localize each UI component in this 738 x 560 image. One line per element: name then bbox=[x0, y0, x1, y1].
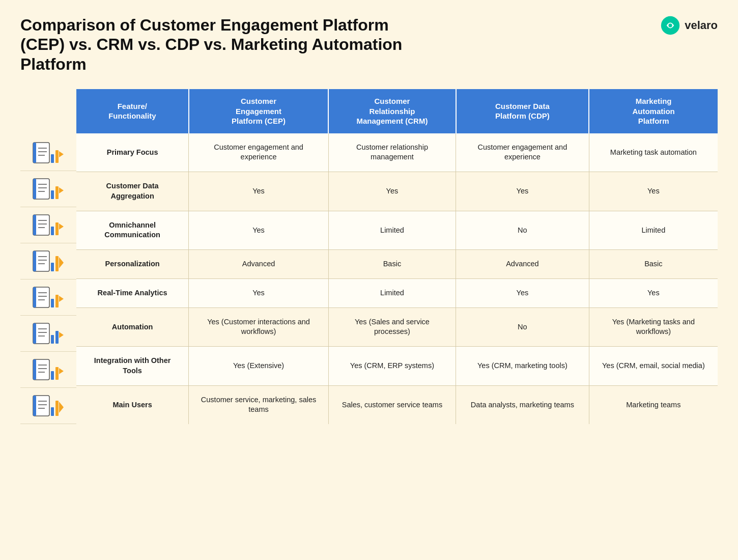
logo: velaro bbox=[660, 15, 718, 36]
cell-feature: Real-Time Analytics bbox=[76, 278, 189, 307]
table-header-row: Feature/Functionality CustomerEngagement… bbox=[76, 89, 718, 133]
cell-cep: Yes bbox=[189, 278, 329, 307]
svg-rect-64 bbox=[55, 401, 59, 416]
page-title: Comparison of Customer Engagement Platfo… bbox=[20, 15, 428, 74]
svg-rect-48 bbox=[55, 331, 59, 344]
svg-rect-55 bbox=[51, 371, 54, 380]
cell-cep: Yes (Customer interactions and workflows… bbox=[189, 307, 329, 346]
svg-rect-23 bbox=[51, 227, 54, 235]
cell-cdp: No bbox=[456, 307, 589, 346]
cell-feature: Primary Focus bbox=[76, 133, 189, 172]
page-header: Comparison of Customer Engagement Platfo… bbox=[20, 15, 718, 74]
cell-cep: Yes bbox=[189, 211, 329, 249]
svg-rect-27 bbox=[33, 251, 36, 271]
table-row: Primary FocusCustomer engagement and exp… bbox=[76, 133, 718, 172]
cell-map: Yes bbox=[589, 172, 718, 211]
cell-map: Yes (Marketing tasks and workflows) bbox=[589, 307, 718, 346]
cell-cdp: Yes (CRM, marketing tools) bbox=[456, 347, 589, 385]
logo-icon bbox=[660, 15, 680, 36]
svg-rect-15 bbox=[51, 190, 54, 199]
cell-feature: Customer Data Aggregation bbox=[76, 172, 189, 211]
cell-cdp: Customer engagement and experience bbox=[456, 133, 589, 172]
svg-rect-19 bbox=[33, 215, 36, 235]
svg-rect-8 bbox=[55, 150, 59, 163]
row-icon-omnichannel bbox=[20, 207, 76, 243]
icon-spacer bbox=[20, 89, 76, 135]
svg-rect-40 bbox=[55, 295, 59, 307]
cell-cep: Yes bbox=[189, 172, 329, 211]
cell-cdp: Data analysts, marketing teams bbox=[456, 385, 589, 424]
svg-rect-7 bbox=[51, 154, 54, 163]
svg-rect-32 bbox=[55, 256, 59, 271]
svg-rect-51 bbox=[33, 359, 36, 380]
cell-map: Yes bbox=[589, 278, 718, 307]
cell-crm: Customer relationship management bbox=[328, 133, 456, 172]
cell-cdp: No bbox=[456, 211, 589, 249]
svg-marker-65 bbox=[59, 402, 64, 413]
cell-crm: Yes (Sales and service processes) bbox=[328, 307, 456, 346]
svg-marker-57 bbox=[59, 368, 64, 374]
svg-rect-59 bbox=[33, 396, 36, 416]
cell-crm: Yes (CRM, ERP systems) bbox=[328, 347, 456, 385]
table-row: AutomationYes (Customer interactions and… bbox=[76, 307, 718, 346]
row-icon-personalization bbox=[20, 243, 76, 279]
cell-crm: Limited bbox=[328, 211, 456, 249]
col-header-map: MarketingAutomationPlatform bbox=[589, 89, 718, 133]
table-row: Main UsersCustomer service, marketing, s… bbox=[76, 385, 718, 424]
col-header-feature: Feature/Functionality bbox=[76, 89, 189, 133]
row-icon-data-aggregation bbox=[20, 171, 76, 207]
col-header-cep: CustomerEngagementPlatform (CEP) bbox=[189, 89, 329, 133]
table-row: PersonalizationAdvancedBasicAdvancedBasi… bbox=[76, 250, 718, 279]
cell-cep: Customer engagement and experience bbox=[189, 133, 329, 172]
cell-cep: Yes (Extensive) bbox=[189, 347, 329, 385]
svg-marker-41 bbox=[59, 296, 64, 302]
cell-crm: Basic bbox=[328, 250, 456, 279]
cell-feature: Automation bbox=[76, 307, 189, 346]
svg-rect-3 bbox=[33, 143, 36, 163]
svg-rect-31 bbox=[51, 263, 54, 271]
svg-rect-43 bbox=[33, 323, 36, 344]
cell-crm: Limited bbox=[328, 278, 456, 307]
table-row: Omnichannel CommunicationYesLimitedNoLim… bbox=[76, 211, 718, 249]
row-icon-automation bbox=[20, 316, 76, 352]
comparison-table: Feature/Functionality CustomerEngagement… bbox=[76, 89, 718, 424]
cell-cdp: Advanced bbox=[456, 250, 589, 279]
row-icon-analytics bbox=[20, 279, 76, 316]
cell-cep: Advanced bbox=[189, 250, 329, 279]
svg-rect-35 bbox=[33, 287, 36, 307]
cell-cep: Customer service, marketing, sales teams bbox=[189, 385, 329, 424]
row-icon-integration bbox=[20, 352, 76, 388]
row-icon-primary-focus bbox=[20, 135, 76, 171]
cell-map: Marketing teams bbox=[589, 385, 718, 424]
cell-map: Yes (CRM, email, social media) bbox=[589, 347, 718, 385]
svg-rect-16 bbox=[55, 186, 59, 199]
comparison-table-wrapper: Feature/Functionality CustomerEngagement… bbox=[20, 89, 718, 424]
svg-marker-49 bbox=[59, 332, 64, 338]
svg-rect-63 bbox=[51, 407, 54, 416]
cell-map: Limited bbox=[589, 211, 718, 249]
row-icon-main-users bbox=[20, 388, 76, 424]
cell-cdp: Yes bbox=[456, 172, 589, 211]
cell-map: Basic bbox=[589, 250, 718, 279]
svg-rect-56 bbox=[55, 367, 59, 380]
svg-rect-47 bbox=[51, 335, 54, 344]
cell-feature: Integration with Other Tools bbox=[76, 347, 189, 385]
cell-feature: Main Users bbox=[76, 385, 189, 424]
cell-crm: Yes bbox=[328, 172, 456, 211]
svg-marker-25 bbox=[59, 223, 64, 230]
cell-feature: Omnichannel Communication bbox=[76, 211, 189, 249]
table-row: Integration with Other ToolsYes (Extensi… bbox=[76, 347, 718, 385]
svg-rect-39 bbox=[51, 299, 54, 307]
svg-point-1 bbox=[669, 23, 672, 27]
svg-rect-24 bbox=[55, 222, 59, 235]
cell-feature: Personalization bbox=[76, 250, 189, 279]
cell-crm: Sales, customer service teams bbox=[328, 385, 456, 424]
table-row: Customer Data AggregationYesYesYesYes bbox=[76, 172, 718, 211]
logo-label: velaro bbox=[685, 19, 718, 32]
cell-cdp: Yes bbox=[456, 278, 589, 307]
table-row: Real-Time AnalyticsYesLimitedYesYes bbox=[76, 278, 718, 307]
svg-rect-11 bbox=[33, 179, 36, 199]
col-header-cdp: Customer DataPlatform (CDP) bbox=[456, 89, 589, 133]
svg-marker-17 bbox=[59, 187, 64, 193]
icon-column bbox=[20, 89, 76, 424]
